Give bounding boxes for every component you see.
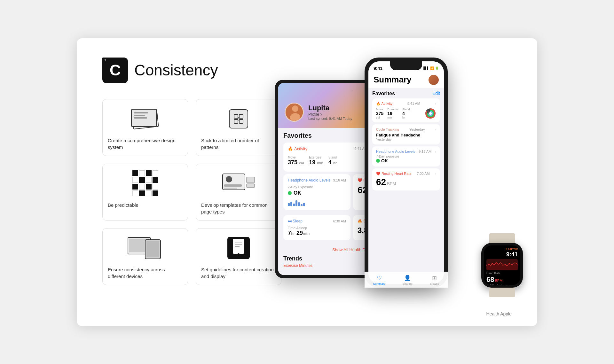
card-predictable: Be predictable xyxy=(102,164,188,221)
iphone-cycle-text: Fatigue and Headache xyxy=(376,133,436,137)
tab-browse[interactable]: ⊞ Browse xyxy=(429,275,439,284)
sharing-tab-label: Sharing xyxy=(403,282,413,284)
svg-rect-7 xyxy=(224,188,237,189)
sleep-header: 🛏 Sleep 6:30 AM xyxy=(288,219,346,223)
stand-label: Stand xyxy=(328,156,337,159)
watch-sparkline-icon xyxy=(486,259,518,270)
exercise-label: Exercise xyxy=(309,156,323,159)
iphone-headphone-header: Headphone Audio Levels 9:16 AM › xyxy=(376,150,436,153)
iphone-exercise-value: 19 xyxy=(387,111,398,116)
iphone-health-content: Summary Favorites Edit xyxy=(368,72,444,284)
watch-band-bottom xyxy=(489,288,515,297)
iphone-stand-metric: Stand 4 hr xyxy=(402,108,410,119)
swap-icon xyxy=(233,113,244,125)
watch-chart-area xyxy=(486,259,518,270)
time-asleep-label: Time Asleep xyxy=(288,226,346,230)
iphone-exercise-unit: min xyxy=(387,116,398,119)
iphone-headphone-card: Headphone Audio Levels 9:16 AM › 7-Day E… xyxy=(372,146,440,167)
iphone-mockup: 9:41 ▐▌▌ 📶 🔋 Summary xyxy=(365,58,448,288)
browse-tab-label: Browse xyxy=(429,282,439,284)
avatar-svg xyxy=(286,103,303,121)
svg-point-5 xyxy=(226,176,232,182)
watch-bpm-value: 68 xyxy=(486,275,494,284)
iphone-activity-rings xyxy=(425,108,436,119)
headphone-time: 9:16 AM xyxy=(333,178,346,182)
watch-sub-text: 75 BPM, 2 min ago xyxy=(486,284,518,285)
devices-svg-icon xyxy=(128,236,163,260)
iphone-exercise-metric: Exercise 19 min xyxy=(387,108,398,119)
iphone-move-value: 375 xyxy=(376,111,383,116)
tab-summary[interactable]: ♡ Summary xyxy=(373,275,386,284)
svg-rect-4 xyxy=(223,174,245,190)
signal-icon: ▐▌▌ xyxy=(422,66,429,70)
sleep-card: 🛏 Sleep 6:30 AM Time Asleep 7hr 29min xyxy=(283,215,350,240)
watch-band-top xyxy=(489,233,515,243)
iphone-activity-title: 🔥 Activity xyxy=(376,102,392,106)
bookmark-svg-icon xyxy=(231,239,247,257)
iphone-stand-label: Stand xyxy=(402,108,410,111)
move-value: 375 cal xyxy=(288,159,304,166)
card-design-system-text: Create a comprehensive design system xyxy=(108,137,183,151)
slide-title: Consistency xyxy=(134,61,218,79)
iphone-bpm-unit: BPM xyxy=(387,181,396,186)
iphone-activity-header: 🔥 Activity 9:41 AM › xyxy=(376,102,436,106)
last-synced: Last synced: 9:41 AM Today xyxy=(308,117,352,120)
iphone-time: 9:41 xyxy=(374,66,382,71)
iphone-headphone-title: Headphone Audio Levels xyxy=(376,150,415,153)
svg-rect-0 xyxy=(234,114,238,118)
iphone-activity-card: 🔥 Activity 9:41 AM › Move 375 cal xyxy=(372,98,440,122)
wifi-status-icon: 📶 xyxy=(430,66,434,70)
stand-metric: Stand 4 hr xyxy=(328,156,337,166)
watch-body: < Current 9:41 Heart Rate 68 BPM xyxy=(481,243,523,288)
iphone-edit-button[interactable]: Edit xyxy=(432,91,440,97)
ok-value: OK xyxy=(294,190,301,196)
exposure-label: 7-Day Exposure xyxy=(288,185,346,189)
title-icon: 7 C xyxy=(102,58,128,83)
iphone-stand-unit: hr xyxy=(402,116,410,119)
iphone-exercise-label: Exercise xyxy=(387,108,398,111)
exp-bar-7 xyxy=(303,203,305,206)
profile-link[interactable]: Profile > xyxy=(308,112,352,117)
svg-rect-1 xyxy=(239,114,243,118)
headphone-header: Headphone Audio Levels 9:16 AM xyxy=(288,178,346,182)
svg-point-21 xyxy=(292,105,298,112)
tab-sharing[interactable]: 👤 Sharing xyxy=(403,275,413,284)
exp-bar-4 xyxy=(295,200,297,206)
sleep-title: 🛏 Sleep xyxy=(288,219,303,223)
move-metric: Move 375 cal xyxy=(288,156,304,166)
watch-heart-label: Heart Rate xyxy=(486,272,518,275)
battery-status-icon: 🔋 xyxy=(435,66,439,70)
right-section: ... 📶 100% 🔋 xyxy=(249,38,537,326)
user-info: Lupita Profile > Last synced: 9:41 AM To… xyxy=(308,104,352,120)
slide: 7 C Consistency xyxy=(77,38,537,326)
iphone-move-unit: cal xyxy=(376,116,383,119)
iphone-heart-time: 7:00 AM xyxy=(417,172,429,176)
iphone-cycle-sub: Yesterday xyxy=(376,137,436,141)
user-name: Lupita xyxy=(308,104,352,112)
sharing-tab-icon: 👤 xyxy=(404,275,411,282)
exercise-value: 19 min xyxy=(309,159,323,166)
slide-number: 7 xyxy=(102,58,108,63)
iphone-heart-chevron: › xyxy=(435,172,436,176)
watch-time-display: 9:41 xyxy=(486,251,518,258)
iphone-ok-status: OK xyxy=(376,158,436,163)
iphone-cycle-header: Cycle Tracking Yesterday › xyxy=(376,128,436,131)
move-label: Move xyxy=(288,156,304,159)
stand-value: 4 hr xyxy=(328,159,337,166)
watch-current-label: < Current xyxy=(486,247,518,251)
iphone-activity-metrics: Move 375 cal Exercise 19 min xyxy=(376,108,436,119)
watch-mockup: < Current 9:41 Heart Rate 68 BPM xyxy=(476,233,528,294)
card-devices: Ensure consistency across different devi… xyxy=(102,228,188,285)
iphone-notch xyxy=(390,61,422,70)
iphone-stand-value: 4 xyxy=(402,111,410,116)
iphone-user-avatar xyxy=(429,75,439,85)
title-letter: C xyxy=(110,63,121,78)
iphone-favorites-section: Favorites Edit 🔥 Activity 9:41 AM › xyxy=(368,88,444,195)
card-design-system-icon xyxy=(108,105,183,133)
sleep-time: 6:30 AM xyxy=(333,219,346,223)
card-predictable-text: Be predictable xyxy=(108,202,183,208)
iphone-screen: 9:41 ▐▌▌ 📶 🔋 Summary xyxy=(368,61,444,284)
svg-rect-13 xyxy=(146,241,159,257)
exercise-metric: Exercise 19 min xyxy=(309,156,323,166)
iphone-heart-header: ❤️ Resting Heart Rate 7:00 AM › xyxy=(376,172,436,176)
